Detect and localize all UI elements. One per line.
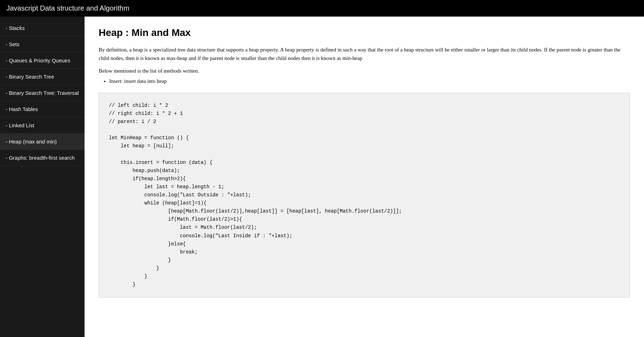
sidebar-item-queues[interactable]: - Queues & Priority Queues <box>0 53 85 69</box>
sidebar-item-hash-tables[interactable]: - Hash Tables <box>0 101 85 117</box>
sidebar-item-bst[interactable]: - Binary Search Tree <box>0 69 85 85</box>
sidebar-item-linked-list[interactable]: - Linked List <box>0 117 85 134</box>
code-block: // left child: i * 2 // right child: i *… <box>99 93 630 298</box>
main-description: By definition, a heap is a specialized t… <box>99 45 630 62</box>
sidebar-item-heap[interactable]: - Heap (max and min) <box>0 134 85 150</box>
page-title: Heap : Min and Max <box>99 27 630 38</box>
methods-label: Below mentioned is the list of methods w… <box>99 68 630 74</box>
layout: - Stacks- Sets- Queues & Priority Queues… <box>0 17 644 337</box>
sidebar: - Stacks- Sets- Queues & Priority Queues… <box>0 17 85 337</box>
app-title: Javascript Data structure and Algorithm <box>6 4 129 12</box>
sidebar-item-sets[interactable]: - Sets <box>0 36 85 53</box>
app-header: Javascript Data structure and Algorithm <box>0 0 644 17</box>
methods-list: Insert: insert data into heap <box>109 78 630 84</box>
sidebar-item-graphs[interactable]: - Graphs: breadth-first search <box>0 150 85 166</box>
sidebar-item-stacks[interactable]: - Stacks <box>0 20 85 36</box>
main-content: Heap : Min and Max By definition, a heap… <box>85 17 644 337</box>
bullet-item: Insert: insert data into heap <box>109 78 630 84</box>
sidebar-item-bst-traversal[interactable]: - Binary Search Tree: Traversal <box>0 85 85 101</box>
